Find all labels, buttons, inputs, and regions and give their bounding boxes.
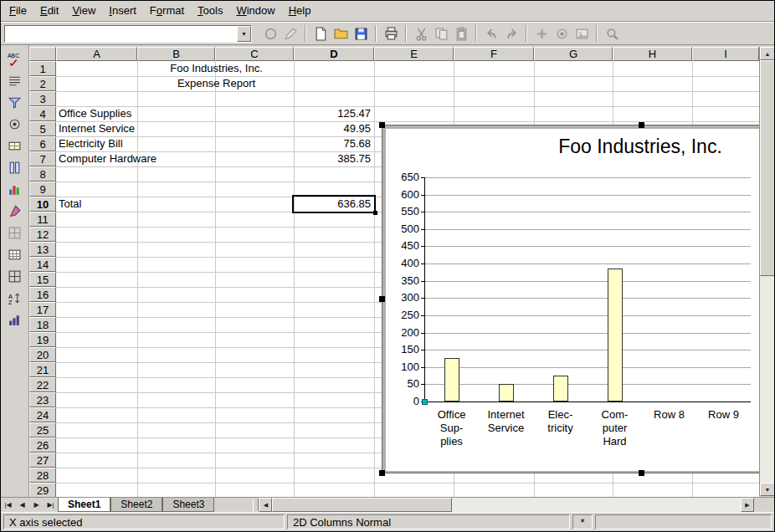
fill-handle[interactable] — [373, 211, 377, 215]
row-header-25[interactable]: 25 — [29, 422, 56, 437]
row-header-15[interactable]: 15 — [29, 272, 56, 287]
bar-computer-hardware[interactable] — [608, 269, 623, 402]
find-replace-icon[interactable] — [4, 70, 26, 90]
cell-d5[interactable]: 49.95 — [295, 121, 373, 136]
cell-a6[interactable]: Electricity Bill — [57, 136, 136, 151]
row-header-3[interactable]: 3 — [29, 91, 56, 106]
horizontal-scrollbar[interactable]: ◀ ▶ — [259, 498, 754, 512]
sheet-tab-sheet3[interactable]: Sheet3 — [162, 498, 214, 512]
row-header-1[interactable]: 1 — [29, 61, 56, 76]
row-header-10[interactable]: 10 — [29, 197, 56, 212]
horizontal-scrollbar-thumb[interactable] — [272, 498, 452, 512]
row-header-20[interactable]: 20 — [29, 347, 56, 362]
column-header-g[interactable]: G — [534, 47, 613, 61]
chart-resize-handle-bottom-left[interactable] — [379, 470, 385, 476]
horizontal-scrollbar-track[interactable] — [452, 498, 741, 512]
new-document-icon[interactable] — [311, 23, 331, 43]
scroll-down-button[interactable]: ▼ — [760, 483, 774, 496]
row-header-11[interactable]: 11 — [29, 212, 56, 227]
first-sheet-button[interactable]: |◀ — [1, 498, 15, 512]
cell-a5[interactable]: Internet Service — [57, 121, 136, 136]
menu-help[interactable]: Help — [282, 2, 318, 20]
borders-icon[interactable] — [4, 266, 26, 286]
draw-functions-icon[interactable] — [4, 201, 26, 221]
chart-resize-handle-top[interactable] — [639, 122, 644, 128]
menu-window[interactable]: Window — [229, 2, 281, 20]
cell-a7[interactable]: Computer Hardware — [57, 151, 136, 166]
insert-columns-icon[interactable] — [4, 157, 26, 177]
cell-d6[interactable]: 75.68 — [295, 136, 373, 151]
chart-resize-handle-left[interactable] — [379, 296, 385, 302]
menu-edit[interactable]: Edit — [33, 2, 65, 20]
row-header-27[interactable]: 27 — [29, 453, 56, 468]
row-header-18[interactable]: 18 — [29, 317, 56, 332]
row-header-19[interactable]: 19 — [29, 332, 56, 347]
column-header-b[interactable]: B — [137, 47, 215, 61]
scroll-left-button[interactable]: ◀ — [259, 498, 272, 512]
name-box-dropdown-button[interactable]: ▼ — [237, 26, 251, 42]
row-header-28[interactable]: 28 — [29, 468, 56, 483]
row-header-9[interactable]: 9 — [29, 182, 56, 197]
column-header-h[interactable]: H — [613, 47, 692, 61]
row-header-26[interactable]: 26 — [29, 437, 56, 453]
sheet-tab-sheet2[interactable]: Sheet2 — [110, 498, 162, 512]
bar-internet-service[interactable] — [499, 384, 514, 402]
row-header-22[interactable]: 22 — [29, 377, 56, 392]
name-box[interactable]: ▼ — [4, 25, 252, 43]
cell-b2-c2[interactable]: Expense Report — [138, 76, 293, 91]
row-header-16[interactable]: 16 — [29, 287, 56, 302]
column-header-e[interactable]: E — [374, 47, 454, 61]
row-header-23[interactable]: 23 — [29, 392, 56, 407]
scroll-right-button[interactable]: ▶ — [741, 498, 754, 512]
sort-icon[interactable]: AZ — [4, 288, 26, 308]
save-icon[interactable] — [351, 23, 371, 43]
x-axis[interactable] — [424, 402, 751, 402]
insert-table-icon[interactable] — [4, 244, 26, 264]
menu-file[interactable]: File — [3, 2, 33, 20]
last-sheet-button[interactable]: ▶| — [44, 498, 58, 512]
chart-title[interactable]: Foo Industries, Inc. — [382, 136, 759, 158]
row-header-2[interactable]: 2 — [29, 76, 56, 91]
bar-electricity[interactable] — [553, 376, 568, 402]
previous-sheet-button[interactable]: ◀ — [15, 498, 29, 512]
scroll-up-button[interactable]: ▲ — [760, 47, 774, 60]
open-icon[interactable] — [331, 23, 351, 43]
name-box-input[interactable] — [5, 26, 237, 42]
row-header-7[interactable]: 7 — [29, 151, 56, 166]
row-header-12[interactable]: 12 — [29, 227, 56, 242]
row-header-29[interactable]: 29 — [29, 483, 56, 497]
spellcheck-icon[interactable]: ABC — [4, 49, 26, 69]
cell-d10[interactable]: 636.85 — [295, 197, 373, 212]
navigator-side-icon[interactable] — [4, 114, 26, 134]
bar-office-supplies[interactable] — [444, 358, 459, 402]
cell-b1-c1[interactable]: Foo Industries, Inc. — [138, 61, 293, 76]
group-icon[interactable] — [4, 309, 26, 330]
row-header-14[interactable]: 14 — [29, 257, 56, 272]
insert-chart-icon[interactable] — [4, 179, 26, 199]
row-header-6[interactable]: 6 — [29, 136, 56, 151]
row-header-8[interactable]: 8 — [29, 166, 56, 182]
cell-a10[interactable]: Total — [57, 197, 136, 212]
next-sheet-button[interactable]: ▶ — [29, 498, 44, 512]
menu-format[interactable]: Format — [143, 2, 191, 20]
row-header-21[interactable]: 21 — [29, 362, 56, 377]
sheet-tab-sheet1[interactable]: Sheet1 — [58, 498, 110, 512]
chart-resize-handle-bottom[interactable] — [639, 470, 644, 476]
print-icon[interactable] — [381, 23, 401, 43]
vertical-scrollbar-thumb[interactable] — [760, 60, 774, 276]
x-axis-selection-handle[interactable] — [422, 399, 428, 405]
chart-object[interactable]: Foo Industries, Inc. 0501001502002503003… — [382, 125, 759, 473]
row-header-17[interactable]: 17 — [29, 302, 56, 317]
row-header-13[interactable]: 13 — [29, 242, 56, 257]
column-header-a[interactable]: A — [56, 47, 137, 61]
autofilter-icon[interactable] — [4, 92, 26, 112]
cell-d4[interactable]: 125.47 — [295, 106, 373, 121]
insert-cells-icon[interactable] — [4, 136, 26, 156]
cell-d7[interactable]: 385.75 — [295, 151, 373, 166]
row-header-4[interactable]: 4 — [29, 106, 56, 121]
column-header-i[interactable]: I — [692, 47, 759, 61]
row-header-24[interactable]: 24 — [29, 407, 56, 422]
row-header-5[interactable]: 5 — [29, 121, 56, 136]
cell-a4[interactable]: Office Supplies — [57, 106, 136, 121]
chart-resize-handle-top-left[interactable] — [379, 122, 385, 128]
